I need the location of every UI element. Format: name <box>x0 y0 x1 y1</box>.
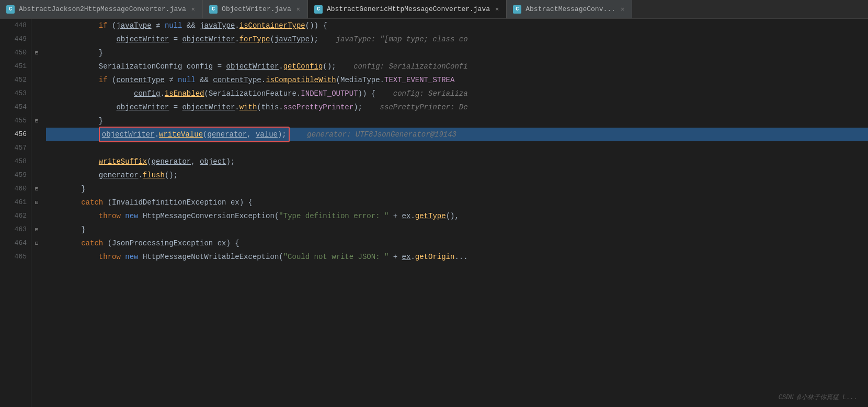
code-line-458: writeSuffix(generator, object); <box>46 155 868 168</box>
gutter: 448 449 450 451 452 453 454 455 456 457 … <box>0 19 31 407</box>
code-line-457 <box>46 141 868 155</box>
tab-abstract-generic[interactable]: C AbstractGenericHttpMessageConverter.ja… <box>308 0 507 18</box>
code-line-464: catch (JsonProcessingException ex) { <box>46 236 868 250</box>
code-line-460: } <box>46 182 868 196</box>
tab-icon-2: C <box>209 5 218 14</box>
code-line-459: generator.flush(); <box>46 168 868 182</box>
tab-icon-3: C <box>314 5 323 14</box>
code-area: 448 449 450 451 452 453 454 455 456 457 … <box>0 19 868 407</box>
tab-bar: C AbstractJackson2HttpMessageConverter.j… <box>0 0 868 19</box>
tab-label-1: AbstractJackson2HttpMessageConverter.jav… <box>19 5 186 13</box>
code-line-449: objectWriter = objectWriter.forType(java… <box>46 32 868 46</box>
code-line-465: throw new HttpMessageNotWritableExceptio… <box>46 250 868 264</box>
code-line-463: } <box>46 223 868 236</box>
code-line-453: config.isEnabled(SerializationFeature.IN… <box>46 87 868 100</box>
tab-close-3[interactable]: ✕ <box>494 4 500 14</box>
tab-object-writer[interactable]: C ObjectWriter.java ✕ <box>203 0 308 18</box>
tab-label-2: ObjectWriter.java <box>222 5 291 13</box>
tab-abstract-jackson[interactable]: C AbstractJackson2HttpMessageConverter.j… <box>0 0 203 18</box>
fold-column: ⊟ ⊟ ⊟ ⊟ ⊟ ⊟ <box>31 19 42 407</box>
code-line-455: } <box>46 114 868 128</box>
watermark: CSDN @小林子你真猛 L... <box>779 393 858 402</box>
code-line-448: if (javaType ≠ null && javaType.isContai… <box>46 19 868 32</box>
code-content[interactable]: if (javaType ≠ null && javaType.isContai… <box>42 19 868 407</box>
tab-close-1[interactable]: ✕ <box>190 4 196 14</box>
tab-close-2[interactable]: ✕ <box>295 4 301 14</box>
tab-label-4: AbstractMessageConv... <box>526 5 615 13</box>
code-line-451: SerializationConfig config = objectWrite… <box>46 60 868 73</box>
code-line-450: } <box>46 46 868 60</box>
code-line-462: throw new HttpMessageConversionException… <box>46 209 868 223</box>
code-line-452: if (contentType ≠ null && contentType.is… <box>46 73 868 87</box>
tab-close-4[interactable]: ✕ <box>620 4 625 14</box>
tab-abstract-message[interactable]: C AbstractMessageConv... ✕ <box>507 0 632 18</box>
tab-icon-1: C <box>6 5 15 14</box>
tab-label-3: AbstractGenericHttpMessageConverter.java <box>327 5 490 13</box>
code-line-456: objectWriter.writeValue(generator, value… <box>46 128 868 141</box>
code-line-454: objectWriter = objectWriter.with(this.ss… <box>46 100 868 114</box>
tab-icon-4: C <box>513 5 521 14</box>
code-line-461: catch (InvalidDefinitionException ex) { <box>46 196 868 209</box>
